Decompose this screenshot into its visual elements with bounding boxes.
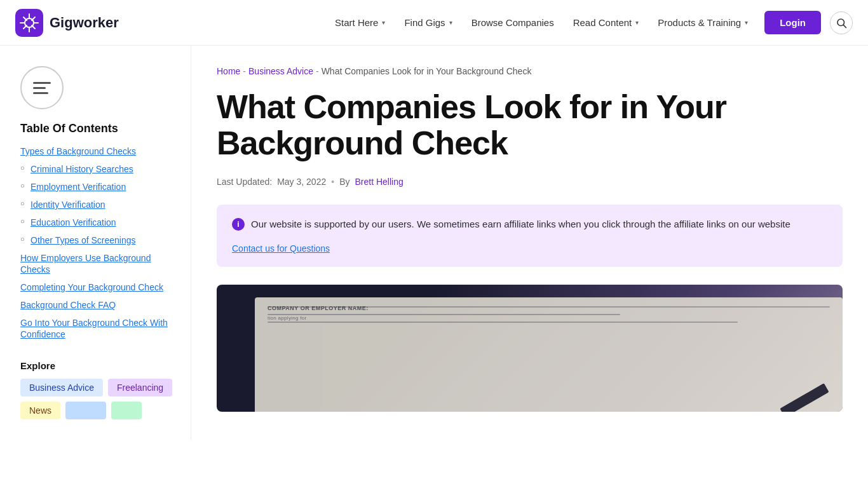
toc-item: Completing Your Background Check <box>20 281 175 293</box>
toc-item-employment-verification: Employment Verification <box>20 181 175 193</box>
page-wrapper: Table Of Contents Types of Background Ch… <box>0 46 868 440</box>
toc-item: Background Check FAQ <box>20 299 175 311</box>
article-title: What Companies Look for in Your Backgrou… <box>217 89 843 161</box>
toc-item: Criminal History Searches <box>20 163 175 175</box>
toc-link[interactable]: Types of Background Checks <box>20 146 136 156</box>
toc-link[interactable]: Identity Verification <box>31 200 105 210</box>
tag-business-advice[interactable]: Business Advice <box>20 379 103 396</box>
toc-item: How Employers Use Background Checks <box>20 252 175 275</box>
tag-extra1[interactable] <box>65 402 106 419</box>
logo-text: Gigworker <box>50 15 119 31</box>
site-header: Gigworker Start Here ▾ Find Gigs ▾ Brows… <box>0 0 868 46</box>
chevron-down-icon: ▾ <box>745 19 748 26</box>
toc-item: Other Types of Screenings <box>20 234 175 246</box>
toc-link[interactable]: How Employers Use Background Checks <box>20 253 151 274</box>
breadcrumb-sep: - <box>243 66 246 76</box>
toc-link[interactable]: Completing Your Background Check <box>20 282 163 292</box>
tag-extra2[interactable] <box>111 402 142 419</box>
toc-title: Table Of Contents <box>20 122 175 135</box>
toc-item: Go Into Your Background Check With Confi… <box>20 317 175 340</box>
toc-link[interactable]: Other Types of Screenings <box>31 235 136 245</box>
affiliate-header: i Our website is supported by our users.… <box>232 217 827 232</box>
breadcrumb-category[interactable]: Business Advice <box>248 66 313 76</box>
toc-item: Identity Verification <box>20 199 175 210</box>
form-paper: COMPANY OR EMPLOYER NAME: tion applying … <box>255 297 843 412</box>
affiliate-box: i Our website is supported by our users.… <box>217 205 843 267</box>
nav-start-here[interactable]: Start Here ▾ <box>327 12 393 33</box>
chevron-down-icon: ▾ <box>449 19 452 26</box>
nav-read-content[interactable]: Read Content ▾ <box>566 12 647 33</box>
toc-item: Education Verification <box>20 217 175 228</box>
toc-icon <box>20 66 64 109</box>
breadcrumb-current: What Companies Look for in Your Backgrou… <box>322 66 532 76</box>
breadcrumb: Home - Business Advice - What Companies … <box>217 66 843 76</box>
form-paper-label: COMPANY OR EMPLOYER NAME: <box>268 305 369 311</box>
article-meta: Last Updated: May 3, 2022 • By Brett Hel… <box>217 177 843 187</box>
login-button[interactable]: Login <box>764 11 821 34</box>
toc-list: Types of Background Checks Criminal Hist… <box>20 146 175 340</box>
affiliate-text: Our website is supported by our users. W… <box>251 217 790 232</box>
main-content: Home - Business Advice - What Companies … <box>191 46 868 440</box>
explore-section: Explore Business Advice Freelancing News <box>20 360 175 419</box>
breadcrumb-sep: - <box>316 66 319 76</box>
toc-link[interactable]: Criminal History Searches <box>31 164 133 174</box>
chevron-down-icon: ▾ <box>635 19 639 26</box>
toc-lines-icon <box>33 82 51 94</box>
explore-title: Explore <box>20 360 175 371</box>
logo-icon <box>15 9 43 37</box>
meta-date: May 3, 2022 <box>277 177 326 187</box>
toc-link-employment[interactable]: Employment Verification <box>31 182 126 192</box>
nav-products-training[interactable]: Products & Training ▾ <box>650 12 756 33</box>
nav-browse-companies[interactable]: Browse Companies <box>464 12 562 33</box>
tag-news[interactable]: News <box>20 402 60 419</box>
toc-item: Types of Background Checks <box>20 146 175 157</box>
toc-link[interactable]: Go Into Your Background Check With Confi… <box>20 318 168 339</box>
form-paper-subtext: tion applying for <box>268 315 830 321</box>
search-button[interactable] <box>830 11 853 34</box>
article-image: COMPANY OR EMPLOYER NAME: tion applying … <box>217 285 843 412</box>
affiliate-contact-link[interactable]: Contact us for Questions <box>232 243 330 254</box>
logo-link[interactable]: Gigworker <box>15 9 119 37</box>
toc-link[interactable]: Education Verification <box>31 217 116 227</box>
author-link[interactable]: Brett Helling <box>355 177 403 187</box>
tag-freelancing[interactable]: Freelancing <box>108 379 172 396</box>
main-nav: Start Here ▾ Find Gigs ▾ Browse Companie… <box>327 11 853 34</box>
meta-by: By <box>339 177 349 187</box>
meta-updated-label: Last Updated: <box>217 177 272 187</box>
sidebar: Table Of Contents Types of Background Ch… <box>0 46 191 440</box>
toc-link[interactable]: Background Check FAQ <box>20 300 116 310</box>
svg-rect-0 <box>15 9 43 37</box>
chevron-down-icon: ▾ <box>382 19 385 26</box>
explore-tags: Business Advice Freelancing News <box>20 379 175 419</box>
nav-find-gigs[interactable]: Find Gigs ▾ <box>397 12 459 33</box>
meta-dot: • <box>331 177 334 187</box>
search-icon <box>836 17 847 29</box>
breadcrumb-home[interactable]: Home <box>217 66 240 76</box>
info-icon: i <box>232 218 245 231</box>
svg-line-11 <box>843 25 846 27</box>
